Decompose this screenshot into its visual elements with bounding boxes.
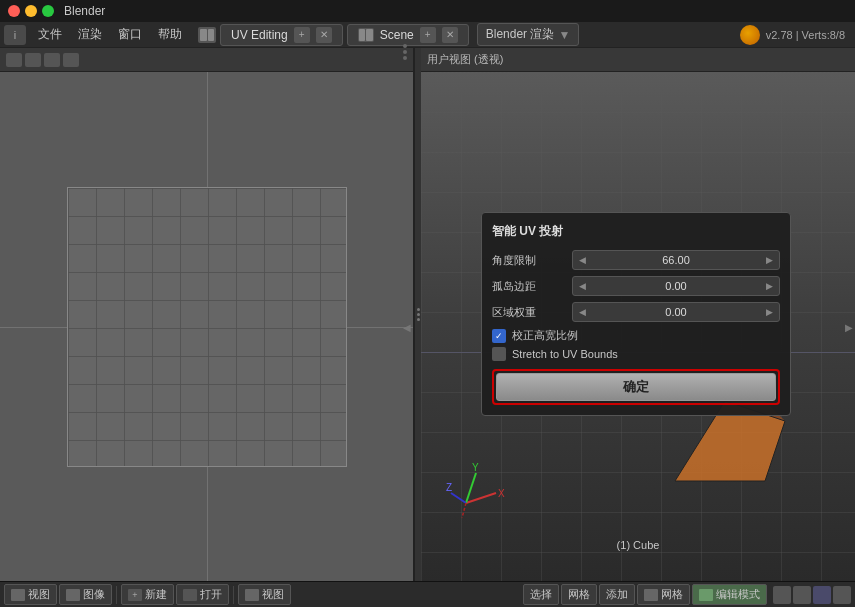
resize-indicator: [417, 308, 420, 321]
uv-grid-area[interactable]: ◀: [0, 72, 413, 581]
angle-label: 角度限制: [492, 253, 572, 268]
traffic-lights: [8, 5, 54, 17]
select-label: 选择: [530, 587, 552, 602]
svg-line-6: [466, 493, 496, 503]
area-label: 区域权重: [492, 305, 572, 320]
checkbox2-label: Stretch to UV Bounds: [512, 348, 618, 360]
area-field[interactable]: ◀ 0.00 ▶: [572, 302, 780, 322]
svg-line-10: [451, 493, 466, 503]
image-btn[interactable]: 图像: [59, 584, 112, 605]
smart-uv-dialog: 智能 UV 投射 角度限制 ◀ 66.00 ▶ 孤岛边距 ◀ 0.00 ▶: [481, 212, 791, 416]
island-arrow-left[interactable]: ◀: [579, 281, 586, 291]
add-btn[interactable]: 添加: [599, 584, 635, 605]
viewport-title: 用户视图 (透视): [427, 52, 503, 67]
angle-field[interactable]: ◀ 66.00 ▶: [572, 250, 780, 270]
angle-arrow-left[interactable]: ◀: [579, 255, 586, 265]
menu-window[interactable]: 窗口: [110, 24, 150, 45]
checkbox1-label: 校正高宽比例: [512, 328, 578, 343]
svg-line-8: [466, 473, 476, 503]
uv-header-icon2[interactable]: [25, 53, 41, 67]
orientation-widget: X Y Z: [446, 463, 506, 526]
uv-panel-header: [0, 48, 413, 72]
checkbox-stretch[interactable]: [492, 347, 506, 361]
menu-render[interactable]: 渲染: [70, 24, 110, 45]
checkbox1-row: ✓ 校正高宽比例: [492, 328, 780, 343]
viewport-icon4[interactable]: [833, 586, 851, 604]
uv-grid-inner: [68, 188, 346, 466]
resize-handle[interactable]: [403, 44, 407, 60]
uv-editing-label: UV Editing: [231, 28, 288, 42]
tab-close-btn[interactable]: ✕: [316, 27, 332, 43]
panel-arrow-right[interactable]: ▶: [845, 321, 853, 332]
divider1: [116, 586, 117, 604]
uv-header-icon3[interactable]: [44, 53, 60, 67]
grid-btn[interactable]: 网格: [637, 584, 690, 605]
area-arrow-right[interactable]: ▶: [766, 307, 773, 317]
svg-text:Y: Y: [472, 463, 479, 473]
island-row: 孤岛边距 ◀ 0.00 ▶: [492, 276, 780, 296]
blender-logo: [740, 25, 760, 45]
viewport-icon2[interactable]: [793, 586, 811, 604]
confirm-button[interactable]: 确定: [496, 373, 776, 401]
view-btn[interactable]: 视图: [4, 584, 57, 605]
maximize-button[interactable]: [42, 5, 54, 17]
edit-mode-btn[interactable]: 编辑模式: [692, 584, 767, 605]
scene-close-btn[interactable]: ✕: [442, 27, 458, 43]
uv-grid[interactable]: [67, 187, 347, 467]
angle-row: 角度限制 ◀ 66.00 ▶: [492, 250, 780, 270]
menu-help[interactable]: 帮助: [150, 24, 190, 45]
checkbox-aspect-ratio[interactable]: ✓: [492, 329, 506, 343]
render-engine-label: Blender 渲染: [486, 26, 555, 43]
image-icon: [66, 589, 80, 601]
confirm-btn-wrapper: 确定: [492, 369, 780, 405]
open-icon: [183, 589, 197, 601]
uv-header-icon4[interactable]: [63, 53, 79, 67]
island-value: 0.00: [665, 280, 686, 292]
viewport-icon1[interactable]: [773, 586, 791, 604]
info-button[interactable]: i: [4, 25, 26, 45]
scene-tab[interactable]: Scene + ✕: [347, 24, 469, 46]
image-label: 图像: [83, 587, 105, 602]
grid-icon: [644, 589, 658, 601]
panel-expand-right[interactable]: ◀: [403, 321, 411, 332]
scene-add-btn[interactable]: +: [420, 27, 436, 43]
island-label: 孤岛边距: [492, 279, 572, 294]
close-button[interactable]: [8, 5, 20, 17]
title-bar: Blender: [0, 0, 855, 22]
tab-add-btn[interactable]: +: [294, 27, 310, 43]
uv-editing-tab[interactable]: UV Editing + ✕: [220, 24, 343, 46]
edit-mode-label: 编辑模式: [716, 587, 760, 602]
bottom-bar: 视图 图像 + 新建 打开 视图 选择 网格 添加 网格 编辑模式: [0, 581, 855, 607]
render-engine-selector[interactable]: Blender 渲染 ▼: [477, 23, 580, 46]
scene-icon: [358, 28, 374, 42]
add-label: 添加: [606, 587, 628, 602]
svg-line-12: [462, 503, 466, 518]
island-field[interactable]: ◀ 0.00 ▶: [572, 276, 780, 296]
new-label: 新建: [145, 587, 167, 602]
uv-editor-panel: ◀: [0, 48, 415, 581]
new-btn[interactable]: + 新建: [121, 584, 174, 605]
cube-label: (1) Cube: [617, 539, 660, 551]
grid-label: 网格: [661, 587, 683, 602]
view-icon: [11, 589, 25, 601]
workspace-tabs: UV Editing + ✕ Scene + ✕ Blender 渲染 ▼: [198, 23, 579, 46]
view-btn2[interactable]: 视图: [238, 584, 291, 605]
open-btn[interactable]: 打开: [176, 584, 229, 605]
viewport-panel: 用户视图 (透视): [421, 48, 855, 581]
layout-icon: [198, 27, 216, 43]
svg-text:Z: Z: [446, 482, 452, 493]
engine-dropdown-icon: ▼: [558, 28, 570, 42]
viewport-area[interactable]: X Y Z (1) Cube 智能 UV 投射 角度限制: [421, 72, 855, 581]
area-arrow-left[interactable]: ◀: [579, 307, 586, 317]
angle-arrow-right[interactable]: ▶: [766, 255, 773, 265]
mesh-btn[interactable]: 网格: [561, 584, 597, 605]
confirm-label: 确定: [623, 378, 649, 396]
uv-header-icon1[interactable]: [6, 53, 22, 67]
menu-file[interactable]: 文件: [30, 24, 70, 45]
bottom-bar-right: 选择 网格 添加 网格 编辑模式: [523, 584, 851, 605]
select-btn[interactable]: 选择: [523, 584, 559, 605]
viewport-icon3[interactable]: [813, 586, 831, 604]
minimize-button[interactable]: [25, 5, 37, 17]
island-arrow-right[interactable]: ▶: [766, 281, 773, 291]
viewport-header: 用户视图 (透视): [421, 48, 855, 72]
